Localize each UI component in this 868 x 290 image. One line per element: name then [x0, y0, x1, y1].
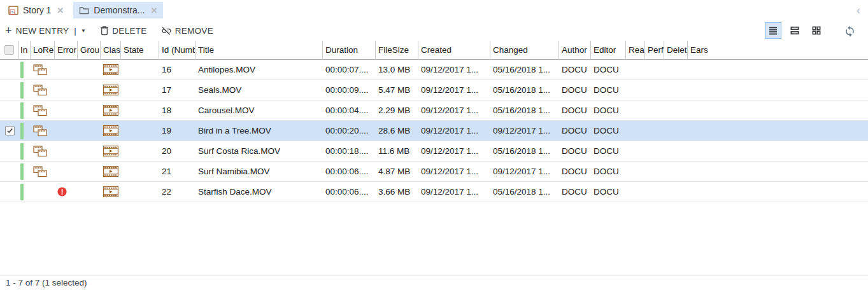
- storyboard-icon: s: [8, 6, 18, 15]
- created-cell: 09/12/2017 1...: [418, 162, 490, 182]
- table-row[interactable]: 17 Seals.MOV 00:00:09.... 5.47 MB 09/12/…: [0, 80, 868, 100]
- lores-proxy-icon: [33, 85, 47, 96]
- column-header-ears[interactable]: Ears: [688, 41, 868, 60]
- id-cell: 17: [159, 80, 196, 100]
- column-header-state[interactable]: State: [121, 41, 159, 60]
- view-grid-button[interactable]: [808, 22, 825, 39]
- duration-cell: 00:00:06....: [323, 182, 376, 202]
- video-class-icon: [103, 166, 118, 177]
- title-cell: Carousel.MOV: [196, 100, 323, 121]
- column-header-in[interactable]: In: [19, 41, 31, 60]
- chevron-down-icon[interactable]: ▼: [81, 28, 86, 34]
- table-row[interactable]: 16 Antilopes.MOV 00:00:07.... 13.0 MB 09…: [0, 60, 868, 80]
- filesize-cell: 11.6 MB: [376, 141, 418, 162]
- refresh-button[interactable]: [841, 22, 858, 39]
- view-list-button[interactable]: [765, 22, 781, 39]
- created-cell: 09/12/2017 1...: [418, 60, 490, 80]
- entry-table: In LoRe Error Grou Class State Id (Numb …: [0, 41, 868, 202]
- title-cell: Seals.MOV: [196, 80, 323, 100]
- view-grid-icon: [811, 25, 822, 36]
- tab-demonstration[interactable]: Demonstra... ✕: [73, 2, 163, 18]
- editor-cell: DOCU: [591, 141, 626, 162]
- table-row[interactable]: 20 Surf Costa Rica.MOV 00:00:18.... 11.6…: [0, 141, 868, 162]
- delete-button[interactable]: DELETE: [100, 25, 146, 36]
- changed-cell: 09/12/2017 1...: [490, 162, 559, 182]
- new-entry-button[interactable]: + NEW ENTRY | ▼: [5, 25, 86, 36]
- id-cell: 18: [159, 100, 196, 121]
- video-class-icon: [103, 125, 118, 136]
- filesize-cell: 3.66 MB: [376, 182, 418, 202]
- in-indicator: [20, 184, 24, 200]
- video-class-icon: [103, 146, 118, 156]
- collapse-panel-chevron-icon[interactable]: ‹: [857, 3, 860, 17]
- column-header-id[interactable]: Id (Numb: [159, 41, 196, 60]
- author-cell: DOCU: [559, 162, 591, 182]
- created-cell: 09/12/2017 1...: [418, 121, 490, 141]
- lores-proxy-icon: [33, 105, 47, 116]
- column-header-filesize[interactable]: FileSize: [376, 41, 418, 60]
- duration-cell: 00:00:04....: [323, 100, 376, 121]
- in-indicator: [20, 143, 24, 160]
- svg-text:s: s: [11, 10, 14, 14]
- split-button-divider: |: [74, 26, 76, 36]
- state-cell: [121, 182, 159, 202]
- tab-label: Demonstra...: [94, 5, 145, 15]
- editor-cell: DOCU: [591, 100, 626, 121]
- link-off-icon: [161, 25, 172, 36]
- table-header: In LoRe Error Grou Class State Id (Numb …: [0, 41, 868, 60]
- video-class-icon: [103, 64, 118, 75]
- close-icon[interactable]: ✕: [57, 6, 64, 15]
- editor-cell: DOCU: [591, 60, 626, 80]
- filesize-cell: 4.87 MB: [376, 162, 418, 182]
- column-header-group[interactable]: Grou: [78, 41, 101, 60]
- filesize-cell: 28.6 MB: [376, 121, 418, 141]
- author-cell: DOCU: [559, 60, 591, 80]
- state-cell: [121, 121, 159, 141]
- column-header-created[interactable]: Created: [418, 41, 490, 60]
- in-indicator: [20, 62, 24, 78]
- close-icon[interactable]: ✕: [150, 6, 157, 15]
- editor-cell: DOCU: [591, 80, 626, 100]
- column-header-title[interactable]: Title: [196, 41, 323, 60]
- column-header-delet[interactable]: Delet: [664, 41, 688, 60]
- filesize-cell: 2.29 MB: [376, 100, 418, 121]
- changed-cell: 05/16/2018 1...: [490, 141, 559, 162]
- author-cell: DOCU: [559, 100, 591, 121]
- in-indicator: [20, 163, 24, 180]
- select-all-checkbox[interactable]: [0, 41, 19, 60]
- column-header-read[interactable]: Read: [626, 41, 645, 60]
- duration-cell: 00:00:20....: [323, 121, 376, 141]
- in-indicator: [20, 82, 24, 99]
- column-header-class[interactable]: Class: [101, 41, 121, 60]
- duration-cell: 00:00:06....: [323, 162, 376, 182]
- column-header-editor[interactable]: Editor: [591, 41, 626, 60]
- remove-button[interactable]: REMOVE: [161, 25, 213, 36]
- column-header-lores[interactable]: LoRe: [31, 41, 55, 60]
- state-cell: [121, 162, 159, 182]
- editor-cell: DOCU: [591, 121, 626, 141]
- view-stream-icon: [789, 25, 800, 36]
- created-cell: 09/12/2017 1...: [418, 100, 490, 121]
- column-header-author[interactable]: Author: [559, 41, 591, 60]
- changed-cell: 05/16/2018 1...: [490, 60, 559, 80]
- tab-story-1[interactable]: s Story 1 ✕: [3, 2, 69, 18]
- state-cell: [121, 100, 159, 121]
- column-header-changed[interactable]: Changed: [490, 41, 559, 60]
- table-row[interactable]: 19 Bird in a Tree.MOV 00:00:20.... 28.6 …: [0, 121, 868, 141]
- table-body: 16 Antilopes.MOV 00:00:07.... 13.0 MB 09…: [0, 60, 868, 202]
- view-stream-button[interactable]: [786, 22, 803, 39]
- trash-icon: [100, 25, 109, 36]
- table-row[interactable]: 22 Starfish Dace.MOV 00:00:06.... 3.66 M…: [0, 182, 868, 202]
- author-cell: DOCU: [559, 141, 591, 162]
- created-cell: 09/12/2017 1...: [418, 182, 490, 202]
- column-header-perfe[interactable]: Perfe: [645, 41, 664, 60]
- title-cell: Surf Namibia.MOV: [196, 162, 323, 182]
- table-row[interactable]: 21 Surf Namibia.MOV 00:00:06.... 4.87 MB…: [0, 162, 868, 182]
- row-checkbox[interactable]: [5, 126, 15, 135]
- table-row[interactable]: 18 Carousel.MOV 00:00:04.... 2.29 MB 09/…: [0, 100, 868, 121]
- title-cell: Antilopes.MOV: [196, 60, 323, 80]
- id-cell: 20: [159, 141, 196, 162]
- column-header-duration[interactable]: Duration: [323, 41, 376, 60]
- lores-proxy-icon: [33, 166, 47, 177]
- column-header-error[interactable]: Error: [55, 41, 78, 60]
